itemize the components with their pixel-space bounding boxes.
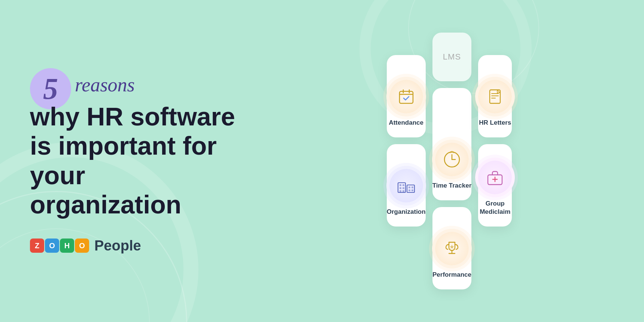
zoho-o1: O [45, 239, 59, 253]
number-5: 5 [43, 74, 58, 104]
attendance-label: Attendance [389, 119, 423, 127]
svg-rect-10 [400, 190, 401, 192]
hr-letters-icon-circle [478, 80, 512, 113]
svg-rect-12 [408, 186, 410, 188]
organization-label: Organization [387, 208, 426, 216]
building-icon [397, 176, 416, 195]
column-2: LMS [432, 33, 472, 289]
group-mediclaim-icon-circle [478, 161, 512, 194]
card-time-tracker: Time Tracker [432, 88, 472, 200]
svg-rect-15 [411, 189, 413, 191]
calendar-check-icon [397, 88, 415, 106]
card-performance: Performance [432, 207, 472, 289]
zoho-logo: Z O H O [30, 239, 89, 253]
logo-area: Z O H O People [30, 238, 240, 254]
column-1: Attendance [387, 55, 426, 227]
zoho-z: Z [30, 239, 44, 253]
svg-rect-6 [400, 184, 401, 186]
svg-rect-7 [402, 184, 404, 186]
time-tracker-icon-circle [435, 143, 469, 176]
heading-line3: your organization [30, 161, 181, 219]
lms-label: LMS [443, 52, 461, 62]
medkit-icon [486, 168, 504, 187]
right-section: Attendance [270, 0, 644, 322]
left-section: 5 reasons why HR software is important f… [0, 46, 270, 276]
performance-icon-circle [435, 232, 469, 265]
clock-icon [442, 149, 462, 170]
svg-rect-5 [407, 185, 414, 192]
heading-line1: why HR software [30, 102, 235, 131]
document-icon [486, 88, 504, 106]
organization-icon-circle [389, 169, 423, 203]
main-heading: why HR software is important for your or… [30, 102, 240, 219]
svg-marker-24 [450, 244, 454, 249]
time-tracker-label: Time Tracker [432, 182, 472, 190]
reasons-text: reasons [75, 74, 135, 96]
card-hr-letters: HR Letters [478, 55, 512, 137]
zoho-h: H [60, 239, 74, 253]
performance-label: Performance [432, 271, 471, 279]
heading-line2: is important for [30, 131, 217, 160]
svg-rect-11 [402, 190, 404, 192]
svg-rect-0 [400, 91, 413, 103]
column-3: HR Letters [478, 55, 512, 227]
zoho-o2: O [75, 239, 89, 253]
card-lms: LMS [432, 33, 472, 81]
svg-rect-9 [402, 187, 404, 189]
trophy-icon [443, 239, 461, 258]
svg-rect-13 [411, 186, 413, 188]
card-group-mediclaim: GroupMediclaim [478, 144, 512, 227]
hr-letters-label: HR Letters [479, 119, 511, 127]
group-mediclaim-label: GroupMediclaim [480, 200, 510, 216]
cards-container: Attendance [387, 33, 512, 289]
svg-rect-14 [408, 189, 410, 191]
card-attendance: Attendance [387, 55, 426, 137]
attendance-icon-circle [389, 80, 423, 113]
people-text: People [94, 238, 141, 254]
svg-rect-8 [400, 187, 401, 189]
page-content: 5 reasons why HR software is important f… [0, 0, 644, 322]
card-organization: Organization [387, 144, 426, 227]
